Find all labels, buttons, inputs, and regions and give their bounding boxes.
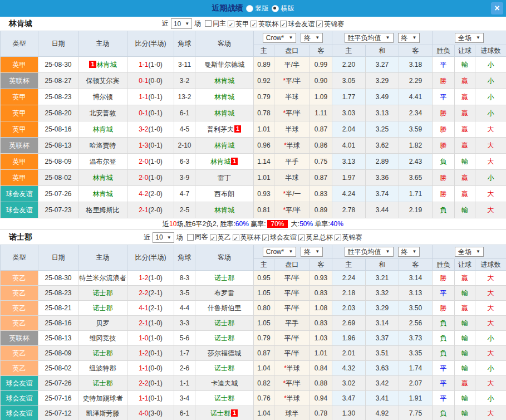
halftime-score: (1-0) bbox=[149, 125, 163, 133]
same-venue-checkbox[interactable]: 同主 bbox=[205, 19, 226, 28]
odds-handicap: *平/半 bbox=[274, 73, 310, 89]
chevron-down-icon: ▼ bbox=[288, 34, 293, 42]
odds-away: 0.87 bbox=[310, 170, 332, 186]
final-odds-dropdown[interactable]: 终▼ bbox=[301, 33, 323, 43]
team-name: 诺士郡 bbox=[214, 394, 234, 402]
opponent-team-cell: 博尔顿 bbox=[78, 89, 127, 105]
checkbox-checked-icon[interactable]: ✓ bbox=[298, 235, 305, 241]
halftime-score: (0-0) bbox=[149, 77, 163, 85]
result-handicap: 贏 bbox=[455, 89, 475, 105]
league-filter-checkbox[interactable]: ✓英锦赛 bbox=[335, 233, 362, 242]
result-goals: 小 bbox=[475, 170, 506, 186]
match-row: 英乙25-08-30特兰米尔流浪者1-2(1-0)8-3诺士郡0.95平/半0.… bbox=[1, 271, 506, 286]
team-name: 西布朗 bbox=[214, 190, 234, 198]
mean-away-win: 3.73 bbox=[399, 331, 433, 346]
league-filter-checkbox[interactable]: ✓英联杯 bbox=[233, 233, 261, 242]
result-outcome: 勝 bbox=[433, 301, 455, 316]
self-team-cell: 诺士郡 bbox=[78, 286, 127, 301]
final-mean-dropdown[interactable]: 终▼ bbox=[398, 247, 420, 257]
radio-unchecked-icon[interactable] bbox=[246, 5, 253, 12]
mean-away-win: 2.29 bbox=[399, 73, 433, 89]
col-result-outcome: 胜负 bbox=[433, 45, 455, 57]
checkbox-checked-icon[interactable]: ✓ bbox=[335, 235, 341, 241]
same-venue-checkbox[interactable]: 同客 bbox=[187, 232, 208, 242]
match-count-select[interactable]: 10 ▼ bbox=[171, 18, 192, 29]
match-count-select[interactable]: 10 ▼ bbox=[153, 232, 174, 243]
league-filter-checkbox[interactable]: ✓英乙 bbox=[210, 233, 231, 242]
halftime-score: (0-1) bbox=[149, 93, 163, 101]
score-cell: 0-1(0-1) bbox=[127, 105, 174, 121]
mean-away-win: 1.74 bbox=[399, 361, 433, 376]
odds-home: 0.81 bbox=[254, 202, 274, 218]
score-cell: 3-2(1-0) bbox=[127, 121, 174, 138]
mean-home-win: 2.01 bbox=[332, 346, 366, 361]
result-outcome: 平 bbox=[433, 391, 455, 406]
corner-count: 6-3 bbox=[174, 154, 195, 170]
checkbox-unchecked-icon[interactable] bbox=[187, 234, 194, 241]
checkbox-unchecked-icon[interactable] bbox=[205, 20, 212, 27]
layout-radio-vertical[interactable]: 竖版 bbox=[246, 4, 269, 13]
halftime-score: (2-0) bbox=[149, 206, 163, 214]
result-goals: 大 bbox=[475, 346, 506, 361]
odds-away: 0.86 bbox=[310, 138, 332, 154]
checkbox-checked-icon[interactable]: ✓ bbox=[233, 235, 239, 241]
team-name: 林肯城 bbox=[214, 77, 234, 85]
odds-away: 0.94 bbox=[310, 391, 332, 406]
corner-count: 3-4 bbox=[174, 391, 195, 406]
league-filter-checkbox[interactable]: ✓英联杯 bbox=[250, 19, 278, 29]
layout-radio-horizontal[interactable]: 横版 bbox=[272, 4, 294, 13]
checkbox-checked-icon[interactable]: ✓ bbox=[316, 21, 323, 27]
matches-table-lincoln: 类型 日期 主场 比分(半场) 角球 客场 Crow*▼ 终▼ 胜平负均值▼ 终… bbox=[0, 31, 506, 218]
odds-handicap: 半球 bbox=[274, 121, 310, 138]
league-badge: 英乙 bbox=[1, 361, 38, 376]
col-type: 类型 bbox=[1, 31, 38, 57]
result-handicap: 輸 bbox=[455, 202, 475, 218]
odds-home: 1.05 bbox=[254, 316, 274, 331]
close-button[interactable]: × bbox=[491, 2, 503, 14]
fulltime-score: 2-1 bbox=[139, 206, 148, 214]
checkbox-checked-icon[interactable]: ✓ bbox=[210, 235, 217, 241]
opponent-team-cell: 哈洛贾特 bbox=[78, 138, 127, 154]
checkbox-checked-icon[interactable]: ✓ bbox=[250, 21, 257, 27]
final-mean-dropdown[interactable]: 终▼ bbox=[398, 33, 420, 43]
odds-company-dropdown[interactable]: Crow*▼ bbox=[263, 33, 297, 43]
odds-handicap: 半球 bbox=[274, 170, 310, 186]
mean-dropdown[interactable]: 胜平负均值▼ bbox=[345, 247, 394, 257]
mean-dropdown[interactable]: 胜平负均值▼ bbox=[345, 33, 394, 43]
halftime-score: (0-1) bbox=[149, 349, 163, 357]
final-odds-dropdown[interactable]: 终▼ bbox=[301, 247, 323, 257]
league-filter-checkbox[interactable]: ✓英锦赛 bbox=[316, 19, 344, 29]
opponent-team-cell: 西布朗 bbox=[195, 186, 254, 202]
checkbox-checked-icon[interactable]: ✓ bbox=[228, 21, 234, 27]
fullmatch-dropdown[interactable]: 全场▼ bbox=[455, 247, 484, 257]
early-odds-asterisk: * bbox=[284, 364, 287, 372]
odds-away: 0.78 bbox=[310, 406, 332, 420]
fulltime-score: 2-0 bbox=[139, 158, 148, 165]
mean-home-win: 1.96 bbox=[332, 331, 366, 346]
fulltime-score: 4-1 bbox=[139, 304, 148, 312]
match-date: 25-08-02 bbox=[38, 170, 78, 186]
result-handicap: 輸 bbox=[455, 286, 475, 301]
team-name: 北安普敦 bbox=[90, 109, 116, 117]
radio-checked-icon[interactable] bbox=[272, 5, 279, 12]
mean-away-win: 2.34 bbox=[399, 105, 433, 121]
corner-count: 2-10 bbox=[174, 138, 195, 154]
team-name: 维冈竞技 bbox=[90, 334, 116, 342]
checkbox-checked-icon[interactable]: ✓ bbox=[262, 235, 269, 241]
league-filter-checkbox[interactable]: ✓英足总杯 bbox=[298, 233, 333, 242]
result-outcome: 負 bbox=[433, 154, 455, 170]
match-row: 英乙25-08-09诺士郡1-2(0-1)1-7莎尔福德城0.87平/半1.01… bbox=[1, 346, 506, 361]
chevron-down-icon: ▼ bbox=[412, 34, 417, 42]
league-filter-checkbox[interactable]: ✓英甲 bbox=[228, 19, 249, 29]
odds-handicap: 平/半 bbox=[274, 271, 310, 286]
odds-company-dropdown[interactable]: Crow*▼ bbox=[263, 247, 297, 257]
checkbox-checked-icon[interactable]: ✓ bbox=[280, 21, 287, 27]
fullmatch-dropdown[interactable]: 全场▼ bbox=[455, 33, 484, 43]
league-filter-checkbox[interactable]: ✓球会友谊 bbox=[262, 233, 297, 242]
league-filter-checkbox[interactable]: ✓球会友谊 bbox=[280, 19, 315, 29]
team-name: 诺士郡 bbox=[93, 289, 113, 297]
result-outcome: 平 bbox=[433, 376, 455, 391]
fulltime-score: 1-2 bbox=[139, 274, 148, 282]
result-goals: 大 bbox=[475, 376, 506, 391]
result-outcome: 勝 bbox=[433, 271, 455, 286]
